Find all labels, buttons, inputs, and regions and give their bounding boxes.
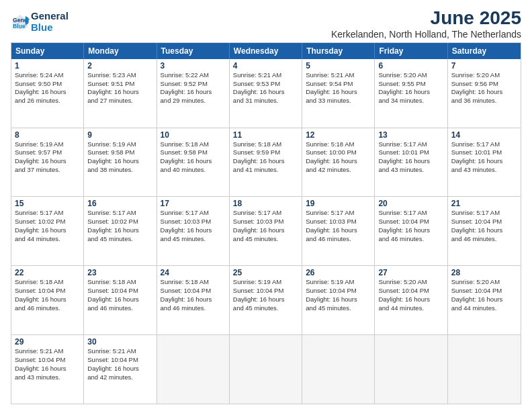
day-2: 2 Sunrise: 5:23 AMSunset: 9:51 PMDayligh… <box>84 59 157 128</box>
week-row-5: 29 Sunrise: 5:21 AMSunset: 10:04 PMDayli… <box>11 334 521 404</box>
page: General Blue General Blue June 2025 Kerk… <box>0 0 532 411</box>
day-13: 13 Sunrise: 5:17 AMSunset: 10:01 PMDayli… <box>375 128 447 197</box>
day-1: 1 Sunrise: 5:24 AMSunset: 9:50 PMDayligh… <box>11 59 84 128</box>
header-tuesday: Tuesday <box>157 43 230 59</box>
day-25: 25 Sunrise: 5:19 AMSunset: 10:04 PMDayli… <box>230 266 302 334</box>
day-12: 12 Sunrise: 5:18 AMSunset: 10:00 PMDayli… <box>302 128 375 197</box>
day-21: 21 Sunrise: 5:17 AMSunset: 10:04 PMDayli… <box>448 197 521 265</box>
day-16: 16 Sunrise: 5:17 AMSunset: 10:02 PMDayli… <box>84 197 157 265</box>
week-row-2: 8 Sunrise: 5:19 AMSunset: 9:57 PMDayligh… <box>11 128 521 197</box>
day-10: 10 Sunrise: 5:18 AMSunset: 9:58 PMDaylig… <box>157 128 230 197</box>
day-28: 28 Sunrise: 5:20 AMSunset: 10:04 PMDayli… <box>448 266 521 334</box>
month-title: June 2025 <box>331 8 521 29</box>
day-14: 14 Sunrise: 5:17 AMSunset: 10:01 PMDayli… <box>448 128 521 197</box>
day-5: 5 Sunrise: 5:21 AMSunset: 9:54 PMDayligh… <box>302 59 375 128</box>
day-empty-1 <box>157 335 230 404</box>
day-22: 22 Sunrise: 5:18 AMSunset: 10:04 PMDayli… <box>11 266 84 334</box>
day-empty-5 <box>448 335 521 404</box>
day-26: 26 Sunrise: 5:19 AMSunset: 10:04 PMDayli… <box>302 266 375 334</box>
day-8: 8 Sunrise: 5:19 AMSunset: 9:57 PMDayligh… <box>11 128 84 197</box>
header: General Blue General Blue June 2025 Kerk… <box>11 8 521 40</box>
day-6: 6 Sunrise: 5:20 AMSunset: 9:55 PMDayligh… <box>375 59 447 128</box>
week-row-4: 22 Sunrise: 5:18 AMSunset: 10:04 PMDayli… <box>11 265 521 334</box>
location-title: Kerkelanden, North Holland, The Netherla… <box>331 29 521 40</box>
day-23: 23 Sunrise: 5:18 AMSunset: 10:04 PMDayli… <box>84 266 157 334</box>
day-29: 29 Sunrise: 5:21 AMSunset: 10:04 PMDayli… <box>11 335 84 404</box>
header-saturday: Saturday <box>448 43 521 59</box>
logo-line1: General <box>31 11 69 22</box>
header-friday: Friday <box>375 43 447 59</box>
day-27: 27 Sunrise: 5:20 AMSunset: 10:04 PMDayli… <box>375 266 447 334</box>
header-monday: Monday <box>84 43 157 59</box>
day-4: 4 Sunrise: 5:21 AMSunset: 9:53 PMDayligh… <box>230 59 302 128</box>
day-18: 18 Sunrise: 5:17 AMSunset: 10:03 PMDayli… <box>230 197 302 265</box>
day-24: 24 Sunrise: 5:18 AMSunset: 10:04 PMDayli… <box>157 266 230 334</box>
logo-line2: Blue <box>31 22 69 34</box>
header-thursday: Thursday <box>302 43 375 59</box>
logo: General Blue General Blue <box>11 11 69 33</box>
day-19: 19 Sunrise: 5:17 AMSunset: 10:03 PMDayli… <box>302 197 375 265</box>
generalblue-logo-icon: General Blue <box>11 13 30 32</box>
header-wednesday: Wednesday <box>230 43 302 59</box>
day-9: 9 Sunrise: 5:19 AMSunset: 9:58 PMDayligh… <box>84 128 157 197</box>
day-empty-2 <box>230 335 302 404</box>
header-sunday: Sunday <box>11 43 84 59</box>
title-block: June 2025 Kerkelanden, North Holland, Th… <box>331 8 521 40</box>
svg-text:Blue: Blue <box>13 23 26 30</box>
week-row-3: 15 Sunrise: 5:17 AMSunset: 10:02 PMDayli… <box>11 196 521 265</box>
day-7: 7 Sunrise: 5:20 AMSunset: 9:56 PMDayligh… <box>448 59 521 128</box>
calendar-body: 1 Sunrise: 5:24 AMSunset: 9:50 PMDayligh… <box>11 59 521 404</box>
day-15: 15 Sunrise: 5:17 AMSunset: 10:02 PMDayli… <box>11 197 84 265</box>
day-empty-3 <box>302 335 375 404</box>
day-17: 17 Sunrise: 5:17 AMSunset: 10:03 PMDayli… <box>157 197 230 265</box>
week-row-1: 1 Sunrise: 5:24 AMSunset: 9:50 PMDayligh… <box>11 59 521 128</box>
day-3: 3 Sunrise: 5:22 AMSunset: 9:52 PMDayligh… <box>157 59 230 128</box>
calendar: Sunday Monday Tuesday Wednesday Thursday… <box>11 42 521 404</box>
day-30: 30 Sunrise: 5:21 AMSunset: 10:04 PMDayli… <box>84 335 157 404</box>
day-empty-4 <box>375 335 447 404</box>
calendar-header: Sunday Monday Tuesday Wednesday Thursday… <box>11 43 521 59</box>
day-20: 20 Sunrise: 5:17 AMSunset: 10:04 PMDayli… <box>375 197 447 265</box>
day-11: 11 Sunrise: 5:18 AMSunset: 9:59 PMDaylig… <box>230 128 302 197</box>
